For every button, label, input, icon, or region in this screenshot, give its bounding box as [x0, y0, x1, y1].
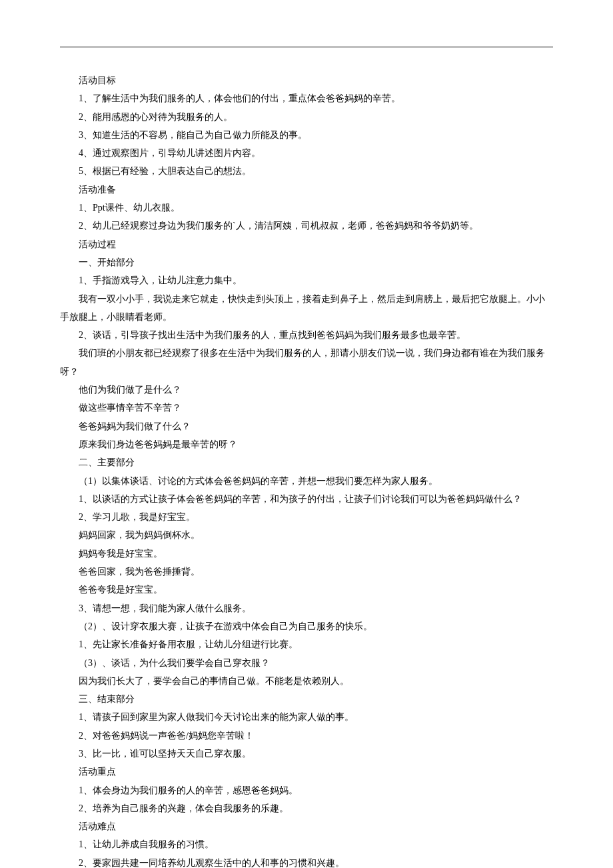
body-paragraph: 1、体会身边为我们服务的人的辛苦，感恩爸爸妈妈。 — [60, 781, 553, 799]
body-paragraph: 二、主要部分 — [60, 453, 553, 471]
body-paragraph: 2、学习儿歌，我是好宝宝。 — [60, 508, 553, 526]
body-paragraph: 活动过程 — [60, 235, 553, 253]
body-paragraph: 4、通过观察图片，引导幼儿讲述图片内容。 — [60, 144, 553, 162]
document-body: 活动目标1、了解生活中为我们服务的人，体会他们的付出，重点体会爸爸妈妈的辛苦。2… — [60, 71, 553, 868]
body-paragraph: 2、要家园共建一同培养幼儿观察生活中的人和事的习惯和兴趣。 — [60, 854, 553, 868]
body-paragraph: 妈妈夸我是好宝宝。 — [60, 545, 553, 563]
body-paragraph: 1、Ppt课件、幼儿衣服。 — [60, 199, 553, 217]
body-paragraph: 1、先让家长准备好备用衣服，让幼儿分组进行比赛。 — [60, 635, 553, 653]
body-paragraph: 2、幼儿已经观察过身边为我们服务的`人，清洁阿姨，司机叔叔，老师，爸爸妈妈和爷爷… — [60, 217, 553, 235]
body-paragraph: 5、根据已有经验，大胆表达自己的想法。 — [60, 162, 553, 180]
body-paragraph: （3）、谈话，为什么我们要学会自己穿衣服？ — [60, 654, 553, 672]
body-paragraph: 1、了解生活中为我们服务的人，体会他们的付出，重点体会爸爸妈妈的辛苦。 — [60, 89, 553, 107]
horizontal-rule — [60, 47, 553, 47]
body-paragraph: 活动重点 — [60, 763, 553, 781]
body-paragraph: 3、比一比，谁可以坚持天天自己穿衣服。 — [60, 745, 553, 763]
body-paragraph: 1、以谈话的方式让孩子体会爸爸妈妈的辛苦，和为孩子的付出，让孩子们讨论我们可以为… — [60, 490, 553, 508]
body-paragraph: 他们为我们做了是什么？ — [60, 381, 553, 399]
body-paragraph: 1、请孩子回到家里为家人做我们今天讨论出来的能为家人做的事。 — [60, 708, 553, 726]
body-paragraph: 2、培养为自己服务的兴趣，体会自我服务的乐趣。 — [60, 799, 553, 817]
body-paragraph: 爸爸夸我是好宝宝。 — [60, 581, 553, 599]
body-paragraph: 三、结束部分 — [60, 690, 553, 708]
body-paragraph: 2、谈话，引导孩子找出生活中为我们服务的人，重点找到爸爸妈妈为我们服务最多也最辛… — [60, 326, 553, 344]
body-paragraph: 爸爸回家，我为爸爸捶捶背。 — [60, 563, 553, 581]
body-paragraph: 3、知道生活的不容易，能自己为自己做力所能及的事。 — [60, 126, 553, 144]
body-paragraph: 我有一双小小手，我说走来它就走，快快走到头顶上，接着走到鼻子上，然后走到肩膀上，… — [60, 290, 553, 327]
body-paragraph: 活动准备 — [60, 181, 553, 199]
body-paragraph: 2、能用感恩的心对待为我服务的人。 — [60, 108, 553, 126]
body-paragraph: 一、开始部分 — [60, 253, 553, 271]
body-paragraph: 我们班的小朋友都已经观察了很多在生活中为我们服务的人，那请小朋友们说一说，我们身… — [60, 344, 553, 381]
body-paragraph: 1、让幼儿养成自我服务的习惯。 — [60, 835, 553, 853]
body-paragraph: （2）、设计穿衣服大赛，让孩子在游戏中体会自己为自己服务的快乐。 — [60, 617, 553, 635]
body-paragraph: 妈妈回家，我为妈妈倒杯水。 — [60, 526, 553, 544]
body-paragraph: 3、请想一想，我们能为家人做什么服务。 — [60, 599, 553, 617]
body-paragraph: 因为我们长大了，要学会自己的事情自己做。不能老是依赖别人。 — [60, 672, 553, 690]
body-paragraph: 活动难点 — [60, 817, 553, 835]
body-paragraph: 原来我们身边爸爸妈妈是最辛苦的呀？ — [60, 435, 553, 453]
body-paragraph: 活动目标 — [60, 71, 553, 89]
body-paragraph: 做这些事情辛苦不辛苦？ — [60, 399, 553, 417]
body-paragraph: 2、对爸爸妈妈说一声爸爸/妈妈您辛苦啦！ — [60, 727, 553, 745]
body-paragraph: 1、手指游戏导入，让幼儿注意力集中。 — [60, 271, 553, 289]
body-paragraph: 爸爸妈妈为我们做了什么？ — [60, 417, 553, 435]
body-paragraph: （1）以集体谈话、讨论的方式体会爸爸妈妈的辛苦，并想一想我们要怎样为家人服务。 — [60, 472, 553, 490]
